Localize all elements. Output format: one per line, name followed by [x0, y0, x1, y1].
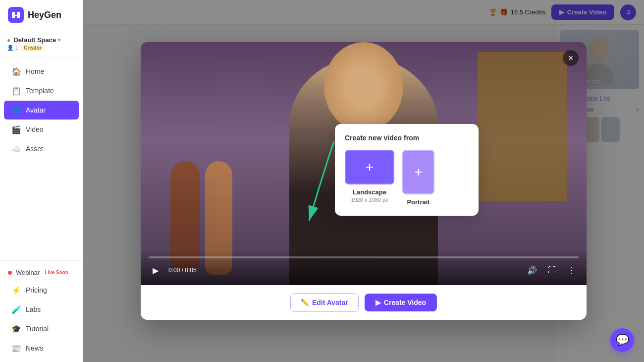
sidebar-item-asset[interactable]: ☁️ Asset: [4, 139, 79, 158]
modal-overlay[interactable]: ×: [83, 0, 644, 362]
sidebar-item-template-label: Template: [26, 87, 54, 95]
portrait-option[interactable]: + Portrait: [402, 150, 434, 206]
nav-items: 🏠 Home 📋 Template 👤 Avatar 🎬 Video ☁️ As…: [0, 58, 83, 260]
edit-avatar-button[interactable]: ✏️ Edit Avatar: [290, 293, 359, 312]
creator-badge: Creator: [21, 45, 44, 51]
sidebar-item-home[interactable]: 🏠 Home: [4, 62, 79, 81]
sidebar-item-video-label: Video: [26, 125, 44, 133]
sidebar-item-video[interactable]: 🎬 Video: [4, 120, 79, 139]
controls-row: ▶ 0:00 / 0:05 🔊 ⛶ ⋮: [149, 263, 579, 277]
member-count: 👤 1: [7, 45, 18, 51]
sidebar-item-news[interactable]: 📰 News: [4, 339, 79, 358]
home-icon: 🏠: [12, 67, 21, 76]
avatar-preview-modal: ×: [141, 42, 587, 320]
play-button[interactable]: ▶: [149, 263, 162, 277]
sidebar-item-pricing-label: Pricing: [26, 286, 47, 294]
popup-options: + Landscape 1920 x 1080 px + Portrait: [345, 150, 469, 206]
landscape-label: Landscape: [353, 188, 386, 196]
avatar-head: [324, 42, 403, 131]
chat-button[interactable]: 💬: [610, 328, 634, 352]
news-icon: 📰: [12, 344, 21, 353]
modal-create-icon: ▶: [376, 299, 381, 306]
sidebar-bottom: Webinar Live Soon ⚡ Pricing 🧪 Labs 🎓 Tut…: [0, 260, 83, 362]
controls-left: ▶ 0:00 / 0:05: [149, 263, 197, 277]
logo-text: HeyGen: [28, 10, 61, 20]
live-dot-icon: [8, 271, 12, 275]
sidebar-item-avatar[interactable]: 👤 Avatar: [4, 101, 79, 120]
workspace-selector[interactable]: ● Default Space ▾ 👤 1 Creator: [0, 30, 83, 58]
tutorial-icon: 🎓: [12, 324, 21, 333]
progress-bar[interactable]: [149, 256, 579, 258]
controls-right: 🔊 ⛶ ⋮: [525, 263, 579, 277]
landscape-plus-icon: +: [366, 159, 374, 175]
workspace-name: ● Default Space ▾: [7, 36, 76, 44]
modal-close-button[interactable]: ×: [563, 50, 579, 66]
bookshelf-decoration: [478, 52, 567, 201]
create-video-popup: Create new video from + Landscape 1920 x…: [335, 124, 479, 216]
avatar-icon: 👤: [12, 106, 21, 115]
heygen-logo-icon: [8, 7, 24, 23]
sidebar-item-avatar-label: Avatar: [26, 106, 46, 114]
sidebar-item-news-label: News: [26, 344, 43, 352]
asset-icon: ☁️: [12, 144, 21, 153]
template-icon: 📋: [12, 86, 21, 95]
sidebar-item-template[interactable]: 📋 Template: [4, 81, 79, 100]
chat-icon: 💬: [616, 334, 629, 347]
more-options-button[interactable]: ⋮: [565, 263, 579, 277]
sidebar-item-home-label: Home: [26, 67, 44, 75]
time-display: 0:00 / 0:05: [168, 267, 197, 274]
portrait-card[interactable]: +: [402, 150, 434, 194]
webinar-label: Webinar: [16, 269, 40, 276]
sidebar-item-pricing[interactable]: ⚡ Pricing: [4, 281, 79, 300]
workspace-meta: 👤 1 Creator: [7, 45, 76, 51]
live-soon-badge: Live Soon: [45, 270, 68, 275]
volume-button[interactable]: 🔊: [525, 263, 539, 277]
portrait-label: Portrait: [407, 198, 429, 206]
portrait-plus-icon: +: [414, 164, 422, 180]
pricing-icon: ⚡: [12, 286, 21, 295]
labs-icon: 🧪: [12, 305, 21, 314]
popup-title: Create new video from: [345, 134, 469, 142]
video-icon: 🎬: [12, 125, 21, 134]
sidebar-item-labs-label: Labs: [26, 305, 41, 313]
fullscreen-button[interactable]: ⛶: [545, 263, 559, 277]
sidebar-item-tutorial-label: Tutorial: [26, 325, 49, 333]
video-preview-area: ▶ 0:00 / 0:05 🔊 ⛶ ⋮: [141, 42, 587, 285]
arrow-annotation: [294, 141, 354, 233]
logo-area[interactable]: HeyGen: [0, 0, 83, 30]
modal-create-video-button[interactable]: ▶ Create Video: [365, 294, 437, 311]
sidebar-item-labs[interactable]: 🧪 Labs: [4, 300, 79, 319]
landscape-sublabel: 1920 x 1080 px: [351, 197, 388, 203]
main-content: 🏆 🎁 16.5 Credits ▶ Create Video J ×: [83, 0, 644, 362]
edit-icon: ✏️: [301, 299, 309, 306]
sidebar-item-asset-label: Asset: [26, 145, 43, 153]
sidebar-item-tutorial[interactable]: 🎓 Tutorial: [4, 319, 79, 338]
sidebar: HeyGen ● Default Space ▾ 👤 1 Creator 🏠 H…: [0, 0, 83, 362]
video-controls: ▶ 0:00 / 0:05 🔊 ⛶ ⋮: [141, 250, 587, 285]
modal-footer: ✏️ Edit Avatar ▶ Create Video: [141, 285, 587, 320]
sidebar-item-webinar[interactable]: Webinar Live Soon: [0, 265, 83, 280]
